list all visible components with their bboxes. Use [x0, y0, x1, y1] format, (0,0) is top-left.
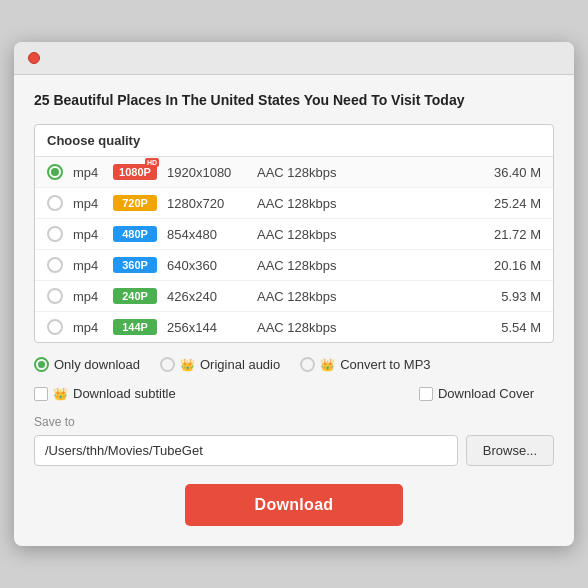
resolution-label: 256x144	[167, 320, 247, 335]
browse-button[interactable]: Browse...	[466, 435, 554, 466]
quality-row[interactable]: mp4 1080P HD 1920x1080 AAC 128kbps 36.40…	[35, 157, 553, 188]
format-label: mp4	[73, 196, 103, 211]
quality-row[interactable]: mp4 360P 640x360 AAC 128kbps 20.16 M	[35, 250, 553, 281]
quality-radio-360p[interactable]	[47, 257, 63, 273]
download-cover-label: Download Cover	[438, 386, 534, 401]
quality-box: Choose quality mp4 1080P HD 1920x1080 AA…	[34, 124, 554, 343]
only-download-radio[interactable]	[34, 357, 49, 372]
resolution-label: 1920x1080	[167, 165, 247, 180]
original-audio-option[interactable]: 👑 Original audio	[160, 357, 280, 372]
only-download-label: Only download	[54, 357, 140, 372]
quality-radio-144p[interactable]	[47, 319, 63, 335]
format-label: mp4	[73, 258, 103, 273]
quality-radio-1080p[interactable]	[47, 164, 63, 180]
save-path-input[interactable]	[34, 435, 458, 466]
audio-label: AAC 128kbps	[257, 165, 357, 180]
close-button[interactable]	[28, 52, 40, 64]
quality-radio-720p[interactable]	[47, 195, 63, 211]
window-content: 25 Beautiful Places In The United States…	[14, 75, 574, 547]
size-label: 5.54 M	[501, 320, 541, 335]
save-to-label: Save to	[34, 415, 554, 429]
quality-badge-240p: 240P	[113, 288, 157, 304]
resolution-label: 640x360	[167, 258, 247, 273]
download-subtitle-option[interactable]: 👑 Download subtitle	[34, 386, 176, 401]
quality-box-header: Choose quality	[35, 125, 553, 157]
format-label: mp4	[73, 289, 103, 304]
download-subtitle-checkbox[interactable]	[34, 387, 48, 401]
quality-badge-720p: 720P	[113, 195, 157, 211]
size-label: 5.93 M	[501, 289, 541, 304]
original-audio-radio[interactable]	[160, 357, 175, 372]
quality-radio-240p[interactable]	[47, 288, 63, 304]
size-label: 36.40 M	[494, 165, 541, 180]
download-subtitle-label: Download subtitle	[73, 386, 176, 401]
quality-row[interactable]: mp4 720P 1280x720 AAC 128kbps 25.24 M	[35, 188, 553, 219]
hd-tag: HD	[145, 158, 159, 167]
audio-label: AAC 128kbps	[257, 289, 357, 304]
convert-mp3-option[interactable]: 👑 Convert to MP3	[300, 357, 430, 372]
quality-radio-480p[interactable]	[47, 226, 63, 242]
resolution-label: 854x480	[167, 227, 247, 242]
download-cover-option[interactable]: Download Cover	[419, 386, 534, 401]
format-label: mp4	[73, 320, 103, 335]
quality-badge-1080p: 1080P HD	[113, 164, 157, 180]
quality-row[interactable]: mp4 480P 854x480 AAC 128kbps 21.72 M	[35, 219, 553, 250]
crown-icon-3: 👑	[53, 387, 68, 401]
convert-mp3-radio[interactable]	[300, 357, 315, 372]
page-title: 25 Beautiful Places In The United States…	[34, 91, 554, 111]
resolution-label: 1280x720	[167, 196, 247, 211]
options-row-2: 👑 Download subtitle Download Cover	[34, 386, 554, 407]
path-row: Browse...	[34, 435, 554, 466]
only-download-option[interactable]: Only download	[34, 357, 140, 372]
size-label: 21.72 M	[494, 227, 541, 242]
crown-icon: 👑	[180, 358, 195, 372]
resolution-label: 426x240	[167, 289, 247, 304]
quality-row[interactable]: mp4 144P 256x144 AAC 128kbps 5.54 M	[35, 312, 553, 342]
format-label: mp4	[73, 165, 103, 180]
quality-badge-144p: 144P	[113, 319, 157, 335]
format-label: mp4	[73, 227, 103, 242]
size-label: 20.16 M	[494, 258, 541, 273]
title-bar	[14, 42, 574, 75]
crown-icon-2: 👑	[320, 358, 335, 372]
convert-mp3-label: Convert to MP3	[340, 357, 430, 372]
quality-badge-360p: 360P	[113, 257, 157, 273]
download-cover-checkbox[interactable]	[419, 387, 433, 401]
quality-row[interactable]: mp4 240P 426x240 AAC 128kbps 5.93 M	[35, 281, 553, 312]
download-button[interactable]: Download	[185, 484, 404, 526]
size-label: 25.24 M	[494, 196, 541, 211]
quality-badge-480p: 480P	[113, 226, 157, 242]
original-audio-label: Original audio	[200, 357, 280, 372]
audio-label: AAC 128kbps	[257, 227, 357, 242]
main-window: 25 Beautiful Places In The United States…	[14, 42, 574, 547]
audio-label: AAC 128kbps	[257, 258, 357, 273]
options-row-1: Only download 👑 Original audio 👑 Convert…	[34, 357, 554, 378]
download-btn-wrapper: Download	[34, 484, 554, 526]
audio-label: AAC 128kbps	[257, 320, 357, 335]
audio-label: AAC 128kbps	[257, 196, 357, 211]
